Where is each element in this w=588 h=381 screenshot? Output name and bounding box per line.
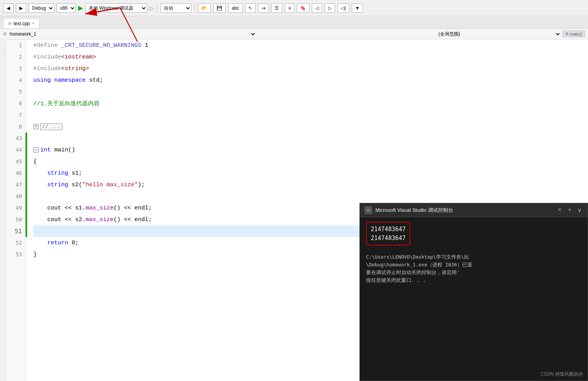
ln-2: 2: [6, 51, 25, 63]
console-info: C:\Users\LENOVO\Desktop\学习文件夹\比 \Debug\h…: [366, 253, 581, 284]
ln-3: 3: [6, 63, 25, 74]
nav1-button[interactable]: ◁: [312, 3, 322, 13]
indent-49: cout << s1.: [33, 205, 86, 211]
code-line-48: [33, 190, 588, 202]
string-type-46: string: [47, 170, 72, 177]
tab-text-cpp[interactable]: ⊞ text.cpp ×: [3, 18, 40, 28]
ln-50: 50: [6, 214, 25, 225]
return-kw: return: [47, 240, 72, 246]
cursor-button[interactable]: ↖: [245, 3, 256, 13]
ln-46: 46: [6, 167, 25, 179]
tab-filename: text.cpp: [14, 21, 30, 26]
macro-name: _CRT_SECURE_NO_WARNINGS: [61, 42, 145, 49]
code-line-45: {: [33, 156, 588, 167]
main-func: main(): [54, 147, 75, 153]
bookmark-button[interactable]: 🔖: [297, 3, 309, 13]
include-kw-2: #include: [33, 54, 61, 60]
console-close-button[interactable]: ×: [556, 207, 563, 214]
ln-52: 52: [6, 237, 25, 249]
function-label: main(): [570, 32, 582, 36]
breadcrumb-right: (全局范围) ⊛ main(): [437, 31, 585, 37]
auto-select[interactable]: 自动: [160, 3, 191, 13]
code-line-43: [33, 132, 588, 144]
ln-8: 8: [6, 121, 25, 132]
ln-48: 48: [6, 190, 25, 202]
console-info-2: \Debug\homework_1.exe（进程 2836）已退: [366, 261, 581, 269]
include-lib-3: <string>: [61, 65, 89, 72]
indent-52: [33, 240, 47, 246]
indent-50: cout << s2.: [33, 216, 86, 223]
breadcrumb-scope-select[interactable]: (全局范围): [437, 31, 561, 37]
breadcrumb-project-select[interactable]: homework_1: [8, 31, 256, 37]
outdent-button[interactable]: ☰: [271, 3, 282, 13]
ln-6: 6: [6, 98, 25, 109]
ln-47: 47: [6, 179, 25, 190]
console-chevron-button[interactable]: ∨: [576, 206, 583, 214]
ln-44: 44: [6, 144, 25, 156]
open-file-button[interactable]: 📂: [198, 3, 211, 13]
console-body: 2147483647 2147483647 C:\Users\LENOVO\De…: [360, 217, 588, 381]
code-line-3: #include<string>: [33, 63, 588, 74]
find-button[interactable]: abc: [228, 3, 242, 13]
ln-43: 43: [6, 132, 25, 144]
left-gutter: [0, 39, 6, 381]
collapse-button-44[interactable]: -: [33, 147, 39, 153]
semicolon-47: );: [138, 182, 145, 188]
code-line-6: //1.关于反向迭代器内容: [33, 98, 588, 109]
indent-47: [33, 182, 47, 188]
ln-1: 1: [6, 39, 25, 51]
function-icon: ⊛: [565, 31, 569, 36]
code-line-47: string s2("hello max_size");: [33, 179, 588, 190]
include-lib-2: <iostream>: [61, 54, 96, 60]
ln-53: 53: [6, 249, 25, 260]
run-outline-button[interactable]: ▷: [150, 5, 154, 11]
int-kw: int: [40, 147, 54, 153]
sep2: [194, 3, 195, 13]
rest-49: () << endl;: [113, 205, 152, 211]
console-watermark: CSDN @随风飘扬@: [540, 371, 583, 378]
console-app-icon: ⊡: [364, 206, 372, 214]
console-info-1: C:\Users\LENOVO\Desktop\学习文件夹\比: [366, 253, 581, 261]
comment-button[interactable]: ≡: [285, 3, 294, 13]
namespace-kw: namespace: [54, 77, 89, 84]
console-output-line-2: 2147483647: [371, 234, 406, 243]
code-line-2: #include<iostream>: [33, 51, 588, 63]
maxsize-member-1: max_size: [86, 205, 113, 211]
line-numbers: 1 2 3 4 5 6 7 8 43 44 45 46 47 48 49 50 …: [6, 39, 26, 381]
console-window: ⊡ Microsoft Visual Studio 调试控制台 × + ∨ 21…: [359, 203, 588, 381]
code-line-44: - int main(): [33, 144, 588, 156]
run-button[interactable]: ▶: [78, 4, 83, 12]
nav-back-button[interactable]: ◀: [3, 3, 14, 13]
maxsize-member-2: max_size: [86, 216, 113, 223]
tab-bar: ⊞ text.cpp ×: [0, 16, 588, 29]
ln-5: 5: [6, 86, 25, 98]
console-info-3: 要在调试停止时自动关闭控制台，请启用': [366, 269, 581, 276]
indent-button[interactable]: ⇥: [258, 3, 269, 13]
toolbar: ◀ ▶ Debug x86 ▶ 本地 Windows 调试器 ▷ 自动 📂 💾 …: [0, 0, 588, 16]
gutter-marker: [0, 39, 6, 51]
string-type-47: string: [47, 182, 72, 188]
arch-select[interactable]: x86: [57, 3, 76, 13]
nav3-button[interactable]: ◁|: [337, 3, 349, 13]
console-plus-button[interactable]: +: [566, 207, 573, 214]
debugger-select[interactable]: 本地 Windows 调试器: [85, 3, 147, 13]
ln-4: 4: [6, 74, 25, 86]
nav4-button[interactable]: ▼: [352, 3, 363, 13]
breadcrumb-bar: ⊞ homework_1 (全局范围) ⊛ main(): [0, 29, 588, 39]
nav-forward-button[interactable]: ▶: [16, 3, 26, 13]
ln-51: 51: [6, 225, 25, 237]
nav2-button[interactable]: ▷: [325, 3, 335, 13]
save-button[interactable]: 💾: [213, 3, 226, 13]
string-lit-47: "hello max_size": [82, 182, 138, 188]
return-val: 0;: [72, 240, 79, 246]
debug-config-select[interactable]: Debug: [29, 3, 54, 13]
tab-close-button[interactable]: ×: [32, 21, 34, 26]
collapse-button-8[interactable]: +: [33, 124, 39, 129]
code-line-5: [33, 86, 588, 98]
breadcrumb-function-button[interactable]: ⊛ main(): [562, 31, 585, 37]
include-kw-3: #include: [33, 65, 61, 72]
code-line-7: [33, 109, 588, 121]
collapsed-code-8: // ...: [40, 124, 62, 130]
std-text: std;: [89, 77, 103, 84]
define-kw: #define: [33, 42, 61, 49]
